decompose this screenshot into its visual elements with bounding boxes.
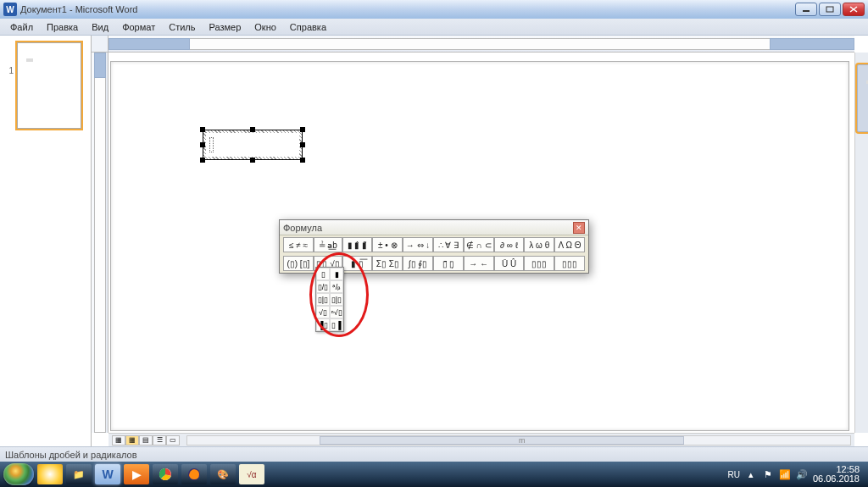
frac-opt-1-1[interactable]: ᵃ/ᵦ bbox=[330, 280, 343, 293]
tmpl-subscript[interactable]: ▮̂ ▯͞ bbox=[342, 256, 373, 271]
task-mediaplayer[interactable]: ▶ bbox=[124, 464, 149, 484]
view-btn-web[interactable]: ▦ bbox=[125, 435, 139, 445]
view-btn-outline[interactable]: ☰ bbox=[153, 435, 166, 445]
firefox-icon bbox=[187, 468, 201, 481]
vertical-scrollbar[interactable] bbox=[854, 53, 868, 433]
frac-opt-2-1[interactable]: ▯|▯ bbox=[330, 293, 343, 306]
tmpl-products[interactable]: Ū Û bbox=[494, 256, 525, 271]
sym-spaces[interactable]: ≟ a͟b bbox=[314, 237, 342, 252]
sym-settheory[interactable]: ∉ ∩ ⊂ bbox=[464, 237, 494, 252]
vertical-ruler[interactable] bbox=[92, 53, 108, 433]
menu-window[interactable]: Окно bbox=[248, 20, 283, 34]
thumbnail-number: 1 bbox=[3, 66, 14, 75]
sym-logical[interactable]: ∴ ∀ ∃ bbox=[433, 237, 464, 252]
status-bar: Шаблоны дробей и радикалов bbox=[0, 446, 868, 462]
resize-handle-tr[interactable] bbox=[300, 127, 305, 132]
frac-opt-3-0[interactable]: √▯ bbox=[316, 306, 330, 318]
tmpl-matrix[interactable]: ▯▯▯ bbox=[524, 256, 554, 271]
status-text: Шаблоны дробей и радикалов bbox=[5, 450, 137, 460]
menu-style[interactable]: Стиль bbox=[162, 20, 202, 34]
titlebar: W Документ1 - Microsoft Word bbox=[0, 0, 868, 19]
frac-opt-1-0[interactable]: ▯/▯ bbox=[316, 280, 330, 293]
task-paint[interactable]: 🎨 bbox=[210, 464, 236, 484]
hscroll-track[interactable]: m bbox=[186, 435, 851, 445]
hscroll-label: m bbox=[519, 436, 526, 445]
frac-opt-2-0[interactable]: ▯|▯ bbox=[316, 293, 330, 306]
frac-opt-3-1[interactable]: ⁿ√▯ bbox=[330, 306, 343, 318]
clock-date: 06.06.2018 bbox=[813, 474, 860, 484]
folder-icon: 📁 bbox=[73, 469, 85, 480]
tray-volume-icon[interactable]: 🔊 bbox=[796, 468, 808, 480]
resize-handle-br[interactable] bbox=[300, 158, 305, 163]
resize-handle-tm[interactable] bbox=[250, 127, 255, 132]
svg-rect-1 bbox=[826, 7, 833, 12]
task-chrome[interactable] bbox=[153, 464, 178, 484]
task-firefox[interactable] bbox=[181, 464, 207, 484]
menu-view[interactable]: Вид bbox=[85, 20, 115, 34]
view-btn-normal[interactable]: ▦ bbox=[112, 435, 125, 445]
minimize-button[interactable] bbox=[795, 3, 817, 16]
start-button[interactable] bbox=[3, 463, 34, 485]
frac-opt-4-0[interactable]: ▐▯ bbox=[316, 318, 330, 331]
ruler-corner bbox=[92, 36, 108, 53]
resize-handle-mr[interactable] bbox=[300, 142, 305, 147]
sym-embellish[interactable]: ▮ ▮̂ ▮̃ bbox=[342, 237, 373, 252]
clock[interactable]: 12:58 06.06.2018 bbox=[813, 465, 860, 484]
sym-misc[interactable]: ∂ ∞ ℓ bbox=[494, 237, 525, 252]
tmpl-summation[interactable]: Σ▯ Σ▯ bbox=[372, 256, 403, 271]
resize-handle-tl[interactable] bbox=[200, 127, 205, 132]
equation-cursor bbox=[209, 137, 214, 152]
language-indicator[interactable]: RU bbox=[727, 470, 739, 479]
tmpl-labeled-arrow[interactable]: → ← bbox=[464, 256, 494, 271]
formula-titlebar[interactable]: Формула ✕ bbox=[280, 220, 588, 235]
menu-file[interactable]: Файл bbox=[3, 20, 40, 34]
frac-opt-0-0[interactable]: ▯ bbox=[316, 268, 330, 280]
task-explorer[interactable]: 📁 bbox=[66, 464, 92, 484]
sym-relational[interactable]: ≤ ≠ ≈ bbox=[283, 237, 314, 252]
frac-opt-0-1[interactable]: ▮ bbox=[330, 268, 343, 280]
tmpl-overbar[interactable]: ▯̄ ▯̣ bbox=[433, 256, 464, 271]
chrome-icon bbox=[159, 468, 172, 481]
formula-close-button[interactable]: ✕ bbox=[573, 222, 585, 234]
tray-flag-icon[interactable]: ⚑ bbox=[762, 468, 774, 480]
tmpl-integral[interactable]: ∫▯ ∮▯ bbox=[403, 256, 433, 271]
resize-handle-bl[interactable] bbox=[200, 158, 205, 163]
sym-greek-upper[interactable]: Λ Ω Θ bbox=[554, 237, 585, 252]
maximize-button[interactable] bbox=[819, 3, 841, 16]
formula-toolbar[interactable]: Формула ✕ ≤ ≠ ≈ ≟ a͟b ▮ ▮̂ ▮̃ ± • ⊗ → ⇔ … bbox=[279, 219, 589, 274]
taskbar: 📁 W ▶ 🎨 √α RU ▴ ⚑ 📶 🔊 12:58 06.06.2018 bbox=[0, 462, 868, 487]
close-button[interactable] bbox=[843, 3, 865, 16]
view-btn-reading[interactable]: ▭ bbox=[166, 435, 180, 445]
tmpl-fences[interactable]: (▯) [▯] bbox=[283, 256, 314, 271]
view-btn-print[interactable]: ▤ bbox=[139, 435, 153, 445]
task-word[interactable]: W bbox=[95, 464, 120, 484]
tmpl-boxes[interactable]: ▯▯▯ bbox=[554, 256, 585, 271]
window-title: Документ1 - Microsoft Word bbox=[20, 4, 137, 14]
formula-title: Формула bbox=[283, 223, 573, 233]
sym-operators[interactable]: ± • ⊗ bbox=[372, 237, 403, 252]
menu-size[interactable]: Размер bbox=[202, 20, 248, 34]
resize-handle-ml[interactable] bbox=[200, 142, 205, 147]
sym-arrows[interactable]: → ⇔ ↓ bbox=[403, 237, 433, 252]
horizontal-scrollbar[interactable]: ▦ ▦ ▤ ☰ ▭ m bbox=[108, 433, 854, 446]
resize-handle-bm[interactable] bbox=[250, 158, 255, 163]
app-icon: W bbox=[3, 3, 17, 16]
task-yandex[interactable] bbox=[37, 464, 63, 484]
menu-help[interactable]: Справка bbox=[283, 20, 333, 34]
system-tray: RU ▴ ⚑ 📶 🔊 12:58 06.06.2018 bbox=[722, 465, 865, 484]
vscroll-thumb[interactable] bbox=[857, 64, 868, 132]
fraction-templates-dropdown[interactable]: ▯▮ ▯/▯ᵃ/ᵦ ▯|▯▯|▯ √▯ⁿ√▯ ▐▯▯▐ bbox=[315, 267, 344, 332]
tray-network-icon[interactable]: 📶 bbox=[779, 468, 791, 480]
page-thumbnail[interactable] bbox=[17, 42, 81, 129]
formula-row-symbols: ≤ ≠ ≈ ≟ a͟b ▮ ▮̂ ▮̃ ± • ⊗ → ⇔ ↓ ∴ ∀ ∃ ∉ … bbox=[280, 235, 588, 254]
task-mathtype[interactable]: √α bbox=[239, 464, 264, 484]
sym-greek-lower[interactable]: λ ω θ bbox=[524, 237, 554, 252]
horizontal-ruler[interactable] bbox=[108, 36, 854, 53]
frac-opt-4-1[interactable]: ▯▐ bbox=[330, 318, 343, 331]
menubar: Файл Правка Вид Формат Стиль Размер Окно… bbox=[0, 19, 868, 36]
thumbnail-pane: 1 bbox=[0, 36, 92, 446]
equation-object[interactable] bbox=[203, 130, 303, 160]
menu-format[interactable]: Формат bbox=[115, 20, 162, 34]
tray-chevron-icon[interactable]: ▴ bbox=[745, 468, 757, 480]
menu-edit[interactable]: Правка bbox=[40, 20, 85, 34]
